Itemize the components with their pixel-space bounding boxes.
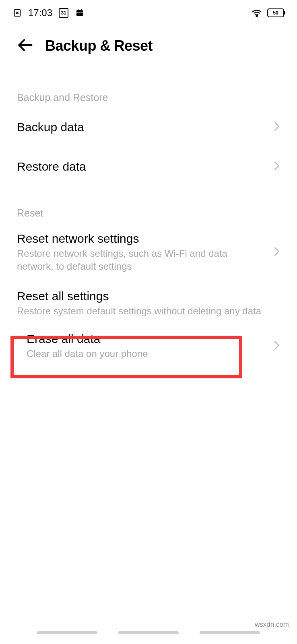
reset-all-row[interactable]: Reset all settings Restore system defaul… (17, 282, 280, 325)
settings-content: Backup and Restore Backup data Restore d… (0, 92, 297, 368)
reset-network-row[interactable]: Reset network settings Restore network s… (17, 223, 280, 282)
restore-data-row[interactable]: Restore data (17, 147, 280, 186)
svg-rect-3 (76, 10, 83, 16)
restore-data-title: Restore data (17, 160, 266, 173)
nav-pill-home[interactable] (118, 631, 179, 634)
status-left: 17:03 31 (13, 7, 85, 19)
backup-data-row[interactable]: Backup data (17, 107, 280, 147)
section-header-reset: Reset (17, 207, 280, 219)
back-arrow-icon[interactable] (16, 36, 34, 56)
erase-all-title: Erase all data (27, 332, 266, 346)
reset-all-sub: Restore system default settings without … (17, 305, 272, 318)
svg-point-7 (256, 15, 257, 17)
status-right: 50 (251, 8, 284, 17)
chevron-right-icon (274, 121, 280, 134)
erase-all-sub: Clear all data on your phone (27, 347, 266, 360)
nav-pill-recents[interactable] (200, 631, 260, 634)
nav-pill-back[interactable] (37, 631, 97, 634)
battery-icon: 50 (267, 8, 284, 17)
reminder-icon (75, 8, 85, 18)
chevron-right-icon (274, 246, 280, 259)
battery-level: 50 (273, 10, 278, 16)
reset-network-sub: Restore network settings, such as Wi-Fi … (17, 247, 266, 273)
svg-rect-4 (78, 9, 78, 11)
erase-all-row[interactable]: Erase all data Clear all data on your ph… (17, 325, 280, 367)
calendar-day-icon: 31 (59, 8, 68, 18)
status-bar: 17:03 31 50 (0, 0, 297, 23)
wifi-icon (251, 8, 262, 17)
chevron-right-icon (274, 160, 280, 173)
page-header: Backup & Reset (0, 23, 297, 64)
svg-rect-6 (76, 12, 83, 12)
svg-rect-5 (81, 9, 82, 11)
chevron-right-icon (274, 340, 280, 353)
backup-data-title: Backup data (17, 120, 266, 134)
section-header-backup: Backup and Restore (17, 92, 280, 103)
reset-all-title: Reset all settings (17, 289, 272, 303)
watermark: wsxdn.com (252, 619, 291, 630)
page-title: Backup & Reset (45, 37, 153, 54)
status-time: 17:03 (28, 7, 52, 19)
sim-icon (13, 8, 22, 17)
reset-network-title: Reset network settings (17, 232, 266, 246)
